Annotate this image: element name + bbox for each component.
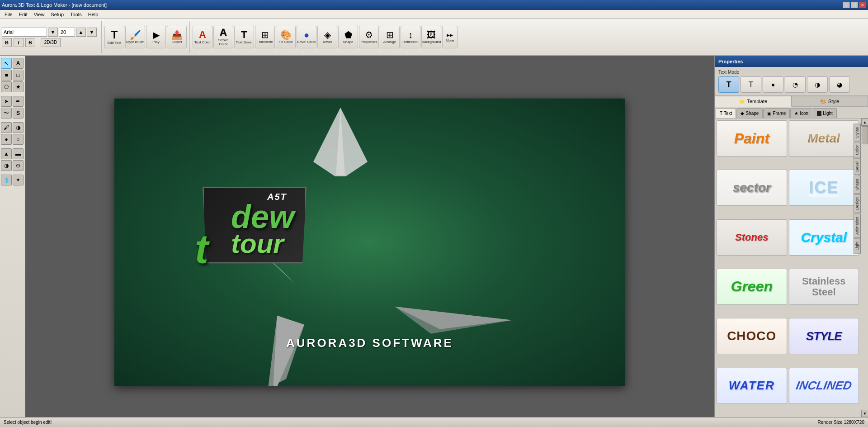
smudge-tool[interactable]: ◑ — [13, 122, 24, 133]
style-item-sector[interactable]: sector — [717, 170, 787, 206]
text-bevel-btn[interactable]: T Text Bevel — [234, 26, 254, 48]
style-item-ice[interactable]: ICE — [789, 170, 859, 206]
side-tab-light[interactable]: Light — [854, 238, 861, 254]
more-btn[interactable]: ▸▸ More — [442, 26, 458, 48]
rect-outline-tool[interactable]: □ — [13, 70, 24, 81]
template-tab[interactable]: ⭐ Template — [715, 96, 792, 107]
menu-file[interactable]: File — [2, 11, 15, 18]
export-btn[interactable]: 📤 Export — [167, 26, 187, 48]
brush-tool[interactable]: 🖌 — [1, 122, 12, 133]
bevel-btn[interactable]: ◈ Bevel — [317, 26, 337, 48]
style-item-green[interactable]: Green — [717, 269, 787, 305]
scroll-thumb[interactable] — [862, 126, 868, 144]
stroke-color-btn[interactable]: A Stroke Color — [213, 26, 233, 48]
side-tab-bevel[interactable]: Bevel — [854, 158, 861, 175]
font-controls: ▼ ▲ ▼ B I S 2D/3D — [2, 28, 97, 47]
sub-tab-light[interactable]: Light — [813, 108, 837, 118]
style-item-paint[interactable]: Paint — [717, 120, 787, 157]
shape-icon: ⬟ — [344, 30, 352, 39]
style-item-stones[interactable]: Stones — [717, 219, 787, 256]
style-item-stainless[interactable]: StainlessSteel — [789, 269, 859, 305]
sub-tab-text[interactable]: T Text — [716, 108, 736, 118]
rect-fill-tool[interactable]: ■ — [1, 70, 12, 81]
menu-tools[interactable]: Tools — [67, 11, 85, 18]
transform-btn[interactable]: ⊞ Transform — [255, 26, 275, 48]
background-btn[interactable]: 🖼 Background — [421, 26, 441, 48]
ellipse-fill-tool[interactable]: ● — [1, 134, 12, 145]
text-mode-btn-5[interactable]: ◑ — [807, 76, 828, 93]
menu-view[interactable]: View — [31, 11, 47, 18]
side-tab-styles[interactable]: Styles — [854, 124, 861, 142]
text-mode-btn-1[interactable]: T — [718, 76, 739, 93]
style-item-metal[interactable]: Metal — [789, 120, 859, 157]
s-tool[interactable]: S — [13, 108, 24, 119]
sub-tab-shape[interactable]: ◆ Shape — [736, 108, 763, 118]
style-item-style[interactable]: STYLE — [789, 318, 859, 354]
text-mode-btn-4[interactable]: ◔ — [785, 76, 806, 93]
pen-tool[interactable]: ✒ — [13, 96, 24, 107]
scroll-down-btn[interactable]: ▼ — [861, 410, 868, 417]
text-mode-btn-2[interactable]: T — [741, 76, 761, 93]
ring-tool[interactable]: ⊙ — [13, 160, 24, 171]
menu-setup[interactable]: Setup — [48, 11, 66, 18]
italic-btn[interactable]: I — [14, 38, 24, 47]
maximize-button[interactable]: □ — [851, 2, 858, 8]
side-tab-color[interactable]: Color — [854, 142, 861, 158]
select-tool[interactable]: ↖ — [1, 58, 12, 69]
edit-text-btn[interactable]: T Edit Text — [104, 26, 124, 48]
minimize-button[interactable]: − — [843, 2, 850, 8]
rect3-tool[interactable]: ▬ — [13, 148, 24, 159]
text-tool[interactable]: A — [13, 58, 24, 69]
sub-tab-icon[interactable]: ★ Icon — [790, 108, 812, 118]
sub-tab-frame[interactable]: ▣ Frame — [763, 108, 790, 118]
text-color-btn[interactable]: A Text Color — [193, 26, 212, 48]
font-size-up-btn[interactable]: ▲ — [76, 28, 86, 37]
right-scrollbar: ▲ ▼ — [861, 119, 868, 417]
bevel-color-btn[interactable]: ● Bevel Color — [297, 26, 316, 48]
text-mode-btn-3[interactable]: ● — [763, 76, 783, 93]
font-dropdown-btn[interactable]: ▼ — [48, 28, 58, 37]
scroll-track[interactable] — [861, 126, 868, 410]
ellipse-outline-tool[interactable]: ○ — [13, 134, 24, 145]
style-item-water[interactable]: WATER — [717, 368, 787, 404]
reflection-btn[interactable]: ↕ Reflection — [401, 26, 420, 48]
wave-tool[interactable]: 〜 — [1, 108, 12, 119]
menu-edit[interactable]: Edit — [16, 11, 30, 18]
pentagon-tool[interactable]: ⬠ — [1, 81, 12, 92]
side-tab-shape[interactable]: Shape — [854, 176, 861, 194]
shape-btn[interactable]: ⬟ Shape — [338, 26, 358, 48]
side-tab-animation[interactable]: Animation — [854, 214, 861, 238]
mode-2d3d-btn[interactable]: 2D/3D — [41, 38, 61, 47]
style-item-crystal[interactable]: Crystal — [789, 219, 859, 256]
triangle-tool[interactable]: ▲ — [1, 148, 12, 159]
play-btn[interactable]: ▶ Play — [146, 26, 166, 48]
font-name-input[interactable] — [2, 28, 47, 37]
font-row2: B I S 2D/3D — [2, 38, 97, 47]
properties-btn[interactable]: ⚙ Properties — [359, 26, 379, 48]
arrange-btn[interactable]: ⊞ Arrange — [380, 26, 400, 48]
text-mode-btn-6[interactable]: ◕ — [829, 76, 850, 93]
style-item-inclined[interactable]: INCLINED — [789, 368, 859, 404]
style-item-choco[interactable]: CHOCO — [717, 318, 787, 354]
t-left-text: t — [195, 229, 208, 270]
side-tab-design[interactable]: Design — [854, 194, 861, 213]
font-size-input[interactable] — [59, 28, 75, 37]
properties-label: Properties — [361, 40, 377, 44]
canvas[interactable]: A5T dew tour t AURORA3D SOFTWARE — [114, 99, 625, 386]
style-brush-btn[interactable]: 🖌️ Style Brush — [125, 26, 145, 48]
font-size-down-btn[interactable]: ▼ — [87, 28, 97, 37]
status-message: Select object begin edit! — [4, 420, 52, 425]
left-toolbar: ↖ A ■ □ ⬠ ★ ➤ ✒ 〜 S 🖌 ◑ ● ○ ▲ — [0, 56, 25, 417]
eyedropper-tool[interactable]: 💧 — [1, 175, 12, 185]
fill-color-btn[interactable]: 🎨 Fill Color — [276, 26, 296, 48]
strikethrough-btn[interactable]: S — [25, 38, 35, 47]
style-tab[interactable]: 🎨 Style — [792, 96, 868, 107]
bold-btn[interactable]: B — [2, 38, 12, 47]
semicircle-tool[interactable]: ◑ — [1, 160, 12, 171]
close-button[interactable]: ✕ — [859, 2, 866, 8]
magic-tool[interactable]: ✦ — [13, 175, 24, 185]
star-tool[interactable]: ★ — [13, 81, 24, 92]
arrow-tool[interactable]: ➤ — [1, 96, 12, 107]
scroll-up-btn[interactable]: ▲ — [861, 119, 868, 126]
menu-help[interactable]: Help — [85, 11, 101, 18]
